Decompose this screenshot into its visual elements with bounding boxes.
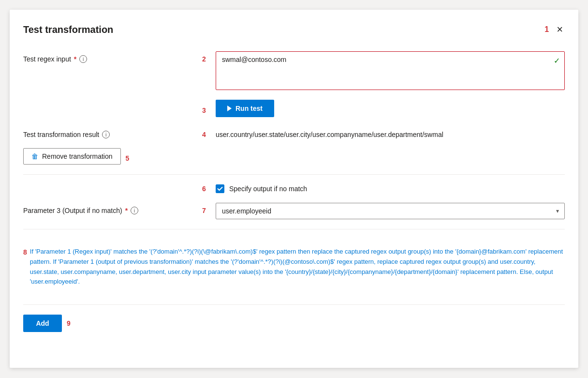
test-transformation-dialog: Test transformation 1 × Test regex input… [10, 10, 578, 368]
close-button[interactable]: × [555, 21, 565, 38]
checkbox-label: Specify output if no match [229, 185, 307, 193]
description-box: 8 If 'Parameter 1 (Regex input)' matches… [23, 239, 565, 295]
add-button[interactable]: Add [23, 315, 62, 332]
step5-badge: 5 [126, 151, 134, 162]
run-test-label: Run test [235, 105, 263, 112]
check-icon: ✓ [554, 56, 560, 65]
step4-badge: 4 [202, 127, 211, 138]
remove-row: 🗑 Remove transformation 5 [23, 148, 565, 165]
param3-label: Parameter 3 (Output if no match) * i [23, 203, 202, 214]
regex-field: 2 ✓ [202, 51, 565, 90]
regex-text-input[interactable] [216, 51, 565, 90]
required-star-param3: * [125, 207, 128, 214]
play-icon [227, 106, 232, 111]
dialog-header: Test transformation 1 × [23, 21, 565, 38]
step8-badge: 8 [23, 247, 27, 287]
checkbox-check-icon [217, 186, 223, 192]
close-step-number: 1 [544, 25, 549, 34]
regex-info-icon[interactable]: i [79, 55, 87, 63]
regex-input-row: Test regex input * i 2 ✓ [23, 51, 565, 90]
step6-badge: 6 [202, 185, 211, 193]
result-label: Test transformation result i [23, 127, 202, 138]
param3-info-icon[interactable]: i [131, 207, 138, 214]
required-star-regex: * [74, 55, 76, 63]
regex-input-container: ✓ [216, 51, 565, 90]
divider-1 [23, 174, 565, 175]
footer-row: Add 9 [23, 315, 565, 332]
divider-3 [23, 304, 565, 305]
result-info-icon[interactable]: i [102, 131, 110, 138]
dialog-title: Test transformation [23, 24, 113, 35]
result-row: Test transformation result i 4 user.coun… [23, 127, 565, 138]
run-test-row: 3 Run test [202, 100, 565, 117]
description-text: If 'Parameter 1 (Regex input)' matches t… [30, 247, 565, 287]
step9-badge: 9 [67, 319, 71, 327]
param3-row: Parameter 3 (Output if no match) * i 7 u… [23, 203, 565, 219]
result-field: 4 user.country/user.state/user.city/user… [202, 127, 565, 138]
trash-icon: 🗑 [31, 152, 38, 160]
remove-label: Remove transformation [42, 152, 113, 160]
specify-output-checkbox[interactable] [216, 184, 224, 193]
regex-label: Test regex input * i [23, 51, 202, 63]
param3-select[interactable]: user.employeeid [216, 203, 565, 219]
step3-badge: 3 [202, 103, 211, 114]
step2-badge: 2 [202, 51, 211, 63]
param3-field: 7 user.employeeid ▾ [202, 203, 565, 219]
run-test-button[interactable]: Run test [216, 100, 274, 117]
remove-container: 🗑 Remove transformation 5 [23, 148, 565, 165]
result-value: user.country/user.state/user.city/user.c… [216, 127, 565, 138]
param3-select-container: user.employeeid ▾ [216, 203, 565, 219]
checkbox-row: 6 Specify output if no match [202, 184, 565, 193]
remove-transformation-button[interactable]: 🗑 Remove transformation [23, 148, 121, 165]
step7-badge: 7 [202, 203, 211, 214]
divider-2 [23, 229, 565, 229]
